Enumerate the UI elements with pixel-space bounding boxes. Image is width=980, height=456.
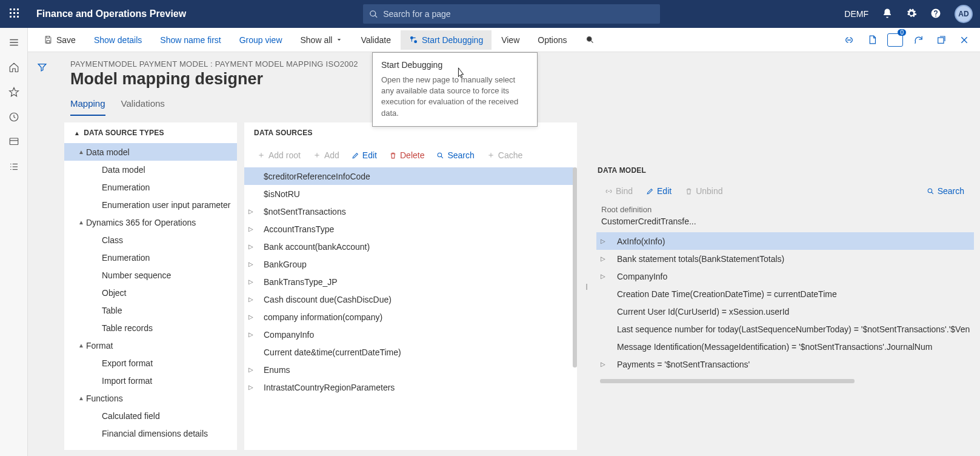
company-code[interactable]: DEMF (844, 9, 868, 19)
document-icon[interactable] (864, 32, 881, 49)
options-button[interactable]: Options (529, 30, 575, 50)
hamburger-icon[interactable] (8, 37, 19, 50)
link-icon[interactable] (841, 32, 858, 49)
tree-node[interactable]: ▲Dynamics 365 for Operations (64, 213, 237, 231)
search-button-dm[interactable]: Search (922, 183, 969, 199)
list-item[interactable]: ▷CompanyInfo (596, 267, 974, 285)
collapse-icon[interactable]: ▲ (74, 130, 80, 136)
tree-node[interactable]: ▲Data model (64, 143, 237, 161)
attachments-button[interactable]: 0 (887, 32, 904, 49)
svg-rect-25 (938, 38, 944, 43)
tree-node[interactable]: ▷Table (64, 301, 237, 319)
start-debugging-button[interactable]: Start Debugging (401, 30, 492, 50)
avatar[interactable]: AD (955, 5, 973, 23)
view-button[interactable]: View (493, 30, 528, 50)
scrollbar[interactable] (573, 167, 577, 367)
group-view-button[interactable]: Group view (231, 30, 291, 50)
datasources-list[interactable]: ▷$creditorReferenceInfoCode▷$isNotRU▷$no… (244, 167, 577, 450)
refresh-icon[interactable] (910, 32, 927, 49)
edit-button[interactable]: Edit (346, 147, 382, 163)
delete-button[interactable]: Delete (384, 147, 430, 163)
tab-mapping[interactable]: Mapping (70, 95, 105, 116)
tree-node[interactable]: ▷Table records (64, 319, 237, 337)
list-item[interactable]: ▷Current date&time(currentDateTime) (244, 343, 573, 361)
tooltip: Start Debugging Open the new page to man… (372, 52, 538, 127)
svg-point-30 (928, 189, 932, 193)
scrollbar-horizontal[interactable] (600, 379, 855, 383)
popout-icon[interactable] (933, 32, 950, 49)
list-item[interactable]: ▷AccountTransType (244, 220, 573, 238)
tree-node[interactable]: ▷Import format (64, 372, 237, 389)
root-definition-value[interactable]: CustomerCreditTransfe... (595, 215, 974, 232)
svg-rect-0 (10, 8, 12, 10)
save-button[interactable]: Save (35, 30, 84, 50)
list-item[interactable]: ▷Last sequence number for today(LastSequ… (596, 320, 974, 338)
close-icon[interactable] (956, 32, 973, 49)
svg-line-31 (932, 192, 933, 194)
list-item[interactable]: ▷Message Identification(MessageIdentific… (596, 338, 974, 355)
list-item[interactable]: ▷BankGroup (244, 255, 573, 273)
list-item[interactable]: ▷Cash discount due(CashDiscDue) (244, 290, 573, 308)
svg-rect-7 (13, 16, 15, 18)
tree-node[interactable]: ▷Calculated field (64, 407, 237, 424)
list-item[interactable]: ▷Current User Id(CurUserId) = xSession.u… (596, 303, 974, 320)
tree-node[interactable]: ▲Functions (64, 389, 237, 407)
modules-icon[interactable] (8, 161, 19, 174)
list-item[interactable]: ▷AxInfo(xInfo) (596, 232, 974, 250)
list-item[interactable]: ▷IntrastatCountryRegionParameters (244, 378, 573, 396)
list-item[interactable]: ▷company information(company) (244, 308, 573, 326)
tree-node[interactable]: ▷Enumeration (64, 178, 237, 196)
search-button[interactable]: Search (431, 147, 479, 163)
home-icon[interactable] (8, 62, 19, 75)
tree-node[interactable]: ▷Enumeration user input parameter (64, 196, 237, 213)
show-details-button[interactable]: Show details (85, 30, 150, 50)
list-item[interactable]: ▷BankTransType_JP (244, 273, 573, 290)
splitter[interactable] (584, 122, 588, 450)
datamodel-list[interactable]: ▷AxInfo(xInfo)▷Bank statement totals(Ban… (595, 232, 974, 373)
tree-node[interactable]: ▷Data model (64, 161, 237, 178)
recent-icon[interactable] (8, 112, 19, 124)
list-item[interactable]: ▷$notSentTransactions (244, 203, 573, 220)
tree-node[interactable]: ▷Enumeration (64, 249, 237, 266)
search-placeholder: Search for a page (383, 9, 450, 19)
show-name-first-button[interactable]: Show name first (152, 30, 229, 50)
global-header: Finance and Operations Preview Search fo… (0, 0, 980, 28)
workspace-icon[interactable] (8, 136, 19, 149)
tab-validations[interactable]: Validations (121, 95, 165, 116)
action-toolbar: Save Show details Show name first Group … (28, 28, 980, 52)
svg-line-24 (591, 41, 593, 42)
search-input[interactable]: Search for a page (363, 4, 660, 24)
waffle-icon[interactable] (7, 8, 22, 20)
list-item[interactable]: ▷CompanyInfo (244, 326, 573, 343)
cache-button[interactable]: ＋Cache (481, 147, 528, 164)
unbind-button[interactable]: Unbind (680, 183, 727, 199)
svg-rect-1 (13, 8, 15, 10)
filter-icon[interactable] (37, 62, 47, 456)
star-icon[interactable] (8, 87, 19, 99)
list-item[interactable]: ▷Bank account(bankAccount) (244, 238, 573, 255)
add-button[interactable]: ＋Add (307, 147, 345, 164)
bind-button[interactable]: Bind (600, 183, 638, 199)
tree-node[interactable]: ▷Financial dimensions details (64, 424, 237, 442)
list-item[interactable]: ▷$creditorReferenceInfoCode (244, 167, 573, 185)
gear-icon[interactable] (906, 8, 917, 21)
tree-node[interactable]: ▷Export format (64, 354, 237, 372)
search-icon[interactable] (577, 30, 603, 49)
list-item[interactable]: ▷Payments = '$notSentTransactions' (596, 355, 974, 373)
list-item[interactable]: ▷Creation Date Time(CreationDateTime) = … (596, 285, 974, 303)
validate-button[interactable]: Validate (352, 30, 399, 50)
help-icon[interactable] (930, 8, 941, 21)
list-item[interactable]: ▷Bank statement totals(BankStatementTota… (596, 250, 974, 267)
tree-node[interactable]: ▷Object (64, 284, 237, 301)
add-root-button[interactable]: ＋Add root (252, 147, 306, 164)
datasource-types-tree[interactable]: ▲Data model▷Data model▷Enumeration▷Enume… (64, 143, 237, 450)
tree-node[interactable]: ▷Class (64, 231, 237, 249)
svg-rect-13 (10, 138, 18, 145)
tree-node[interactable]: ▷Number sequence (64, 266, 237, 284)
list-item[interactable]: ▷$isNotRU (244, 185, 573, 203)
tree-node[interactable]: ▲Format (64, 337, 237, 354)
edit-button-dm[interactable]: Edit (641, 183, 676, 199)
bell-icon[interactable] (882, 8, 893, 21)
list-item[interactable]: ▷Enums (244, 361, 573, 378)
show-all-dropdown[interactable]: Show all (292, 30, 352, 50)
